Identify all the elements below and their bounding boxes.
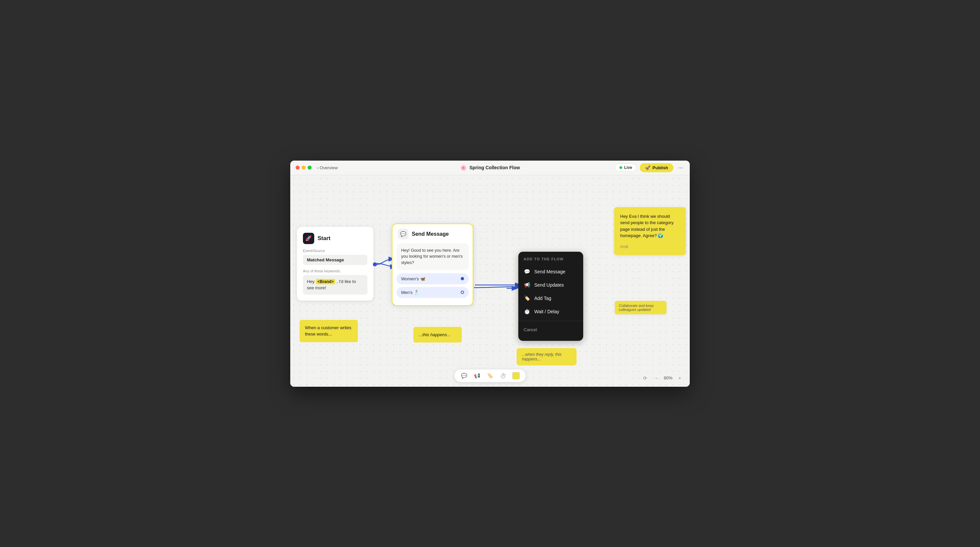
back-button[interactable]: ‹ Overview xyxy=(317,165,338,170)
zoom-controls: ⟳ − 80% + xyxy=(641,374,684,382)
sticky-when-customer-text: When a customer writes these words... xyxy=(305,325,351,337)
send-updates-icon: 📢 xyxy=(523,282,530,288)
message-node-title: Send Message xyxy=(412,231,449,237)
keyword-box: Hey <Brand> , I'd like to see more! xyxy=(303,275,368,295)
more-options-button[interactable]: ··· xyxy=(677,163,684,173)
zoom-out-button[interactable]: − xyxy=(652,374,660,382)
menu-add-tag[interactable]: 🏷️ Add Tag xyxy=(518,292,583,305)
maximize-dot[interactable] xyxy=(307,166,312,170)
comment-note[interactable]: Hey Eva I think we should send people to… xyxy=(614,207,686,255)
comment-author: Andi xyxy=(620,244,680,249)
send-message-icon: 💬 xyxy=(523,269,530,275)
sticky-when-customer: When a customer writes these words... xyxy=(300,320,358,342)
sticky-when-reply: ...when they reply, this happens... xyxy=(517,348,577,365)
choice-mens[interactable]: Men's 🕺 xyxy=(396,287,469,298)
start-connector-dot xyxy=(373,262,377,266)
zoom-in-button[interactable]: + xyxy=(676,374,684,382)
send-message-label: Send Message xyxy=(534,269,565,274)
back-label: Overview xyxy=(320,165,337,170)
app-window: ‹ Overview 🌸 Spring Collection Flow Live… xyxy=(290,161,690,387)
wait-delay-icon: ⏱️ xyxy=(523,309,530,315)
menu-send-message[interactable]: 💬 Send Message xyxy=(518,265,583,278)
keyword-before: Hey xyxy=(307,279,316,284)
close-dot[interactable] xyxy=(296,166,300,170)
menu-divider xyxy=(518,321,583,321)
add-flow-title: ADD TO THE FLOW xyxy=(518,257,583,265)
menu-wait-delay[interactable]: ⏱️ Wait / Delay xyxy=(518,305,583,318)
titlebar: ‹ Overview 🌸 Spring Collection Flow Live… xyxy=(290,161,690,175)
bottom-toolbar: 💬 📢 🏷️ ⏱️ xyxy=(454,369,526,382)
titlebar-actions: Live 🚀 Publish ··· xyxy=(615,163,684,173)
start-node[interactable]: 🚀 Start Event/Source Matched Message Any… xyxy=(297,227,374,301)
add-tag-label: Add Tag xyxy=(534,296,551,301)
zoom-reset-button[interactable]: ⟳ xyxy=(641,374,649,382)
message-icon: 💬 xyxy=(398,229,409,239)
cancel-button[interactable]: Cancel xyxy=(518,324,583,336)
flow-title-area: 🌸 Spring Collection Flow xyxy=(460,165,520,171)
collaborate-text: Collaborate and keep colleagues updated xyxy=(619,304,654,312)
toolbar-message-icon[interactable]: 💬 xyxy=(460,372,468,379)
brand-highlight: <Brand> xyxy=(316,279,336,284)
choice-womens-connector xyxy=(461,277,464,280)
choice-womens[interactable]: Women's 🦋 xyxy=(396,273,469,284)
back-chevron: ‹ xyxy=(317,165,318,170)
publish-button[interactable]: 🚀 Publish xyxy=(640,163,673,172)
start-title: Start xyxy=(318,235,331,242)
collaborate-tooltip: Collaborate and keep colleagues updated xyxy=(615,301,667,314)
menu-send-updates[interactable]: 📢 Send Updates xyxy=(518,278,583,292)
message-node-header: 💬 Send Message xyxy=(393,224,473,243)
comment-text: Hey Eva I think we should send people to… xyxy=(620,213,680,239)
publish-label: Publish xyxy=(652,165,668,170)
start-node-header: 🚀 Start xyxy=(303,233,368,244)
choice-mens-label: Men's 🕺 xyxy=(401,290,419,295)
flow-canvas[interactable]: 🚀 Start Event/Source Matched Message Any… xyxy=(290,175,690,387)
flow-emoji: 🌸 xyxy=(460,165,467,171)
event-source-label: Event/Source xyxy=(303,249,368,253)
add-to-flow-menu[interactable]: ADD TO THE FLOW 💬 Send Message 📢 Send Up… xyxy=(518,252,583,341)
wait-delay-label: Wait / Delay xyxy=(534,309,559,314)
window-controls xyxy=(296,166,312,170)
minimize-dot[interactable] xyxy=(302,166,305,170)
toolbar-color-picker[interactable] xyxy=(512,372,520,379)
choice-womens-label: Women's 🦋 xyxy=(401,276,425,281)
zoom-level: 80% xyxy=(664,376,673,381)
sticky-this-happens: ...this happens... xyxy=(414,327,462,343)
sticky-this-happens-text: ...this happens... xyxy=(419,332,450,337)
live-label: Live xyxy=(624,165,632,170)
add-tag-icon: 🏷️ xyxy=(523,295,530,301)
send-message-node[interactable]: 💬 Send Message Hey! Good to see you here… xyxy=(392,224,473,306)
sticky-when-reply-text: ...when they reply, this happens... xyxy=(522,352,562,361)
publish-icon: 🚀 xyxy=(645,165,651,170)
toolbar-tag-icon[interactable]: 🏷️ xyxy=(486,372,494,379)
toolbar-updates-icon[interactable]: 📢 xyxy=(473,372,481,379)
toolbar-delay-icon[interactable]: ⏱️ xyxy=(499,372,507,379)
keywords-label: Any of those keywords: xyxy=(303,269,368,273)
live-button[interactable]: Live xyxy=(615,163,636,171)
event-value: Matched Message xyxy=(303,255,368,265)
start-icon: 🚀 xyxy=(303,233,314,244)
live-indicator xyxy=(619,166,622,169)
message-body: Hey! Good to see you here. Are you looki… xyxy=(396,243,469,270)
flow-name: Spring Collection Flow xyxy=(469,165,520,170)
choice-mens-connector xyxy=(461,291,464,294)
send-updates-label: Send Updates xyxy=(534,282,564,288)
